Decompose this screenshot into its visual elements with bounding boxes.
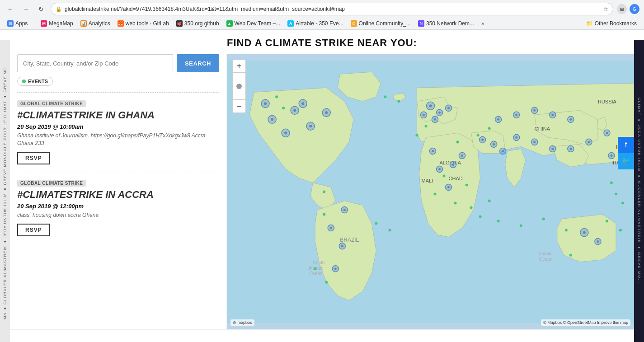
- svg-point-33: [447, 107, 450, 109]
- bookmark-airtable[interactable]: A Airtable - 350 Eve...: [285, 19, 346, 28]
- address-bar[interactable]: 🔒 globalclimatestrike.net/?akid=97419.36…: [51, 3, 613, 15]
- svg-point-73: [569, 148, 572, 150]
- events-badge[interactable]: EVENTS: [17, 77, 53, 86]
- other-bookmarks-label: Other Bookmarks: [595, 20, 637, 27]
- github-icon: 🐙: [176, 20, 183, 27]
- svg-text:BRAZIL: BRAZIL: [340, 237, 359, 243]
- folder-icon: 📁: [586, 20, 593, 27]
- bookmark-analytics[interactable]: 📊 Analytics: [78, 19, 113, 28]
- page-footer: Start a Climate Strike! Register your cl…: [10, 329, 634, 332]
- location-search-input[interactable]: [17, 54, 173, 72]
- svg-point-79: [610, 155, 612, 157]
- side-scroll-text-left: MA ● GLOBALER KLIMASTREIK ● JEDA UNTUK I…: [0, 40, 10, 342]
- svg-point-41: [438, 168, 441, 170]
- map-container[interactable]: RUSSIA CHINA IRAN IRAN ALGERIA MALI CHAD…: [227, 54, 634, 329]
- bookmark-analytics-label: Analytics: [89, 20, 110, 27]
- mapbox-icon: ⊙: [233, 320, 236, 325]
- event-title-2: #CLIMATESTRIKE IN ACCRA: [17, 189, 219, 200]
- rsvp-button-1[interactable]: RSVP: [17, 152, 50, 164]
- event-card-2: GLOBAL CLIMATE STRIKE #CLIMATESTRIKE IN …: [17, 172, 219, 244]
- search-button[interactable]: SEARCH: [177, 54, 219, 72]
- svg-text:Ocean: Ocean: [539, 257, 552, 262]
- svg-point-65: [569, 118, 572, 121]
- svg-point-94: [415, 134, 418, 136]
- event-location-2: class. housing down accra Ghana: [17, 211, 219, 219]
- svg-point-43: [447, 186, 450, 188]
- svg-point-21: [284, 131, 287, 134]
- main-layout: SEARCH EVENTS GLOBAL CLIMATE STRIKE #CLI…: [10, 54, 634, 329]
- svg-point-120: [314, 267, 316, 270]
- bookmark-apps[interactable]: ⊞ Apps: [5, 19, 30, 28]
- svg-point-114: [479, 216, 482, 218]
- bookmarks-overflow[interactable]: »: [479, 19, 487, 28]
- twitter-share-button[interactable]: 🐦: [618, 153, 634, 169]
- svg-text:South: South: [313, 260, 324, 265]
- facebook-share-button[interactable]: f: [618, 137, 634, 153]
- svg-point-31: [438, 112, 441, 114]
- svg-point-29: [429, 104, 432, 107]
- apps-icon: ⊞: [7, 20, 14, 27]
- bookmark-apps-label: Apps: [15, 20, 28, 27]
- network-icon: N: [418, 20, 424, 27]
- bookmark-network[interactable]: N 350 Network Dem...: [415, 19, 477, 28]
- svg-point-53: [334, 267, 337, 270]
- svg-point-71: [551, 148, 554, 150]
- bookmark-gitlab[interactable]: 🦊 web tools · GitLab: [115, 19, 172, 28]
- events-badge-label: EVENTS: [28, 79, 48, 84]
- svg-point-49: [330, 227, 332, 229]
- svg-point-100: [520, 225, 522, 227]
- svg-point-95: [384, 95, 386, 98]
- other-bookmarks-folder[interactable]: 📁 Other Bookmarks: [583, 19, 639, 28]
- zoom-in-button[interactable]: +: [233, 60, 245, 73]
- svg-text:Ocean: Ocean: [309, 271, 322, 276]
- extensions-icon[interactable]: ⊞: [617, 4, 627, 14]
- svg-point-99: [497, 220, 500, 223]
- page-header: FIND A CLIMATE STRIKE NEAR YOU:: [10, 30, 634, 54]
- bookmark-megamap[interactable]: M MegaMap: [38, 19, 75, 28]
- svg-point-91: [488, 127, 491, 130]
- star-icon[interactable]: ☆: [603, 6, 608, 12]
- reload-button[interactable]: ↻: [35, 3, 47, 15]
- zoom-slider[interactable]: [233, 73, 245, 100]
- page-content: FIND A CLIMATE STRIKE NEAR YOU: SEARCH E…: [10, 30, 634, 332]
- svg-point-69: [533, 141, 536, 143]
- svg-point-85: [502, 150, 504, 152]
- mapbox-logo: ⊙ mapbox: [230, 319, 254, 326]
- page-title: FIND A CLIMATE STRIKE NEAR YOU:: [10, 37, 634, 49]
- svg-point-59: [515, 114, 517, 116]
- svg-text:Indian: Indian: [539, 251, 551, 256]
- svg-point-57: [497, 118, 499, 121]
- back-button[interactable]: ←: [5, 3, 16, 15]
- svg-point-83: [493, 143, 495, 145]
- event-date-1: 20 Sep 2019 @ 10:00am: [17, 123, 219, 130]
- event-card-1: GLOBAL CLIMATE STRIKE #CLIMATESTRIKE IN …: [17, 92, 219, 172]
- svg-point-23: [325, 111, 328, 114]
- svg-point-51: [341, 245, 343, 247]
- bookmark-github-label: 350.org github: [184, 20, 219, 27]
- online-community-icon: O: [351, 20, 357, 27]
- svg-point-102: [565, 229, 568, 232]
- svg-text:CHINA: CHINA: [535, 126, 550, 131]
- svg-point-117: [569, 254, 572, 257]
- zoom-out-button[interactable]: −: [233, 100, 245, 112]
- webdev-icon: ▲: [226, 20, 233, 27]
- megamap-icon: M: [41, 20, 47, 27]
- svg-point-39: [432, 150, 434, 152]
- event-tag-1: GLOBAL CLIMATE STRIKE: [17, 100, 86, 107]
- profile-icon[interactable]: G: [630, 4, 639, 14]
- rsvp-button-2[interactable]: RSVP: [17, 224, 50, 236]
- bookmark-webdev[interactable]: ▲ Web Dev Team –...: [224, 19, 283, 28]
- svg-point-121: [325, 281, 328, 284]
- bookmark-github[interactable]: 🐙 350.org github: [174, 19, 222, 28]
- svg-point-63: [551, 114, 554, 116]
- svg-point-67: [515, 136, 517, 139]
- map-attribution: © Mapbox © OpenStreetMap Improve this ma…: [541, 319, 630, 326]
- svg-point-15: [271, 118, 273, 121]
- forward-button[interactable]: →: [20, 3, 32, 15]
- svg-point-106: [275, 95, 278, 98]
- svg-point-98: [323, 213, 325, 216]
- side-scroll-text-right: CLIMAT ● JEDA UNTUK IKLIM ● GLOBALER KLI…: [634, 40, 644, 342]
- bookmark-online-community[interactable]: O Online Community_...: [348, 19, 414, 28]
- svg-point-35: [434, 118, 436, 121]
- airtable-icon: A: [287, 20, 294, 27]
